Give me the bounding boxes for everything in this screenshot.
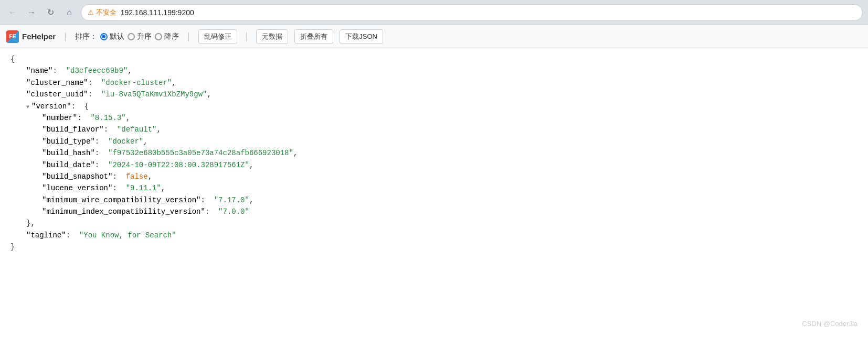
sort-default-radio[interactable] [100,33,108,40]
lucene-version-val: "9.11.1" [126,182,161,194]
sort-asc-label: 升序 [137,32,152,41]
cluster-uuid-key: "cluster_uuid" [26,89,88,100]
sort-desc-radio[interactable] [155,33,162,40]
build-date-val: "2024-10-09T22:08:00.328917561Z" [108,159,249,171]
json-min-wire-line: "minimum_wire_compatibility_version" : "… [10,194,858,206]
back-button[interactable]: ← [5,5,20,20]
build-snapshot-val: false [126,171,148,182]
min-index-key: "minimum_index_compatibility_version" [42,206,205,217]
number-key: "number" [42,112,77,124]
watermark: CSDN @CoderJia [802,320,858,328]
fix-encoding-button[interactable]: 乱码修正 [198,29,237,44]
json-open-brace: { [10,53,858,65]
json-build-date-line: "build_date" : "2024-10-09T22:08:00.3289… [10,159,858,171]
browser-chrome: ← → ↻ ⌂ ⚠ 不安全 192.168.111.199:9200 [0,0,868,25]
build-flavor-val: "default" [117,124,157,135]
json-tagline-line: "tagline" : "You Know, for Search" [10,230,858,241]
build-date-key: "build_date" [42,159,95,171]
json-build-snapshot-line: "build_snapshot" : false , [10,171,858,182]
forward-button[interactable]: → [24,5,39,20]
fehelper-logo: FE FeHelper [6,30,56,43]
min-wire-key: "minimum_wire_compatibility_version" [42,194,200,206]
json-version-line: ▼ "version" : { [10,101,858,112]
metadata-button[interactable]: 元数据 [256,29,288,44]
json-min-index-line: "minimum_index_compatibility_version" : … [10,206,858,217]
address-text: 192.168.111.199:9200 [121,8,194,17]
build-type-val: "docker" [108,136,143,147]
version-toggle[interactable]: ▼ [26,103,29,112]
build-hash-val: "f97532e680b555c3a05e73a74c28afb66692301… [108,147,293,159]
tagline-key: "tagline" [26,230,66,241]
download-json-button[interactable]: 下载JSON [340,29,383,44]
name-key: "name" [26,65,52,77]
sort-asc-radio[interactable] [128,33,135,40]
fehelper-logo-text: FeHelper [22,32,56,41]
divider-1: | [64,31,67,42]
min-wire-val: "7.17.0" [214,194,249,206]
json-lucene-version-line: "lucene_version" : "9.11.1" , [10,182,858,194]
build-snapshot-key: "build_snapshot" [42,171,112,182]
json-build-hash-line: "build_hash" : "f97532e680b555c3a05e73a7… [10,147,858,159]
sort-desc-option[interactable]: 降序 [155,32,179,41]
json-build-type-line: "build_type" : "docker" , [10,136,858,147]
min-index-val: "7.0.0" [218,206,249,217]
fehelper-logo-icon: FE [6,30,19,43]
divider-3: | [246,31,248,42]
collapse-all-button[interactable]: 折叠所有 [294,29,333,44]
sort-asc-option[interactable]: 升序 [128,32,152,41]
json-number-line: "number" : "8.15.3" , [10,112,858,124]
json-build-flavor-line: "build_flavor" : "default" , [10,124,858,135]
security-warning: ⚠ 不安全 [88,8,117,17]
reload-button[interactable]: ↻ [43,5,58,20]
name-val: "d3cfeecc69b9" [66,65,128,77]
sort-default-option[interactable]: 默认 [100,32,124,41]
cluster-name-val: "docker-cluster" [101,77,172,89]
build-flavor-key: "build_flavor" [42,124,104,135]
tagline-val: "You Know, for Search" [79,230,176,241]
json-cluster-uuid-line: "cluster_uuid" : "lu-8va5QTaKmv1XbZMy9gw… [10,89,858,100]
lucene-version-key: "lucene_version" [42,182,112,194]
cluster-name-key: "cluster_name" [26,77,88,89]
cluster-uuid-val: "lu-8va5QTaKmv1XbZMy9gw" [101,89,207,100]
json-cluster-name-line: "cluster_name" : "docker-cluster" , [10,77,858,89]
sort-label: 排序： [75,32,97,41]
number-val: "8.15.3" [90,112,125,124]
home-button[interactable]: ⌂ [62,5,77,20]
json-name-line: "name" : "d3cfeecc69b9" , [10,65,858,77]
json-close-brace: } [10,241,858,253]
sort-group: 排序： 默认 升序 降序 [75,32,179,41]
divider-2: | [187,31,190,42]
json-content: { "name" : "d3cfeecc69b9" , "cluster_nam… [0,48,868,258]
sort-default-label: 默认 [110,32,124,41]
version-key: "version" [31,101,71,112]
json-version-close: }, [10,217,858,229]
build-hash-key: "build_hash" [42,147,95,159]
address-bar[interactable]: ⚠ 不安全 192.168.111.199:9200 [81,4,863,21]
sort-desc-label: 降序 [164,32,179,41]
build-type-key: "build_type" [42,136,95,147]
fehelper-toolbar: FE FeHelper | 排序： 默认 升序 降序 | 乱码修正 | 元数据 … [0,25,868,48]
